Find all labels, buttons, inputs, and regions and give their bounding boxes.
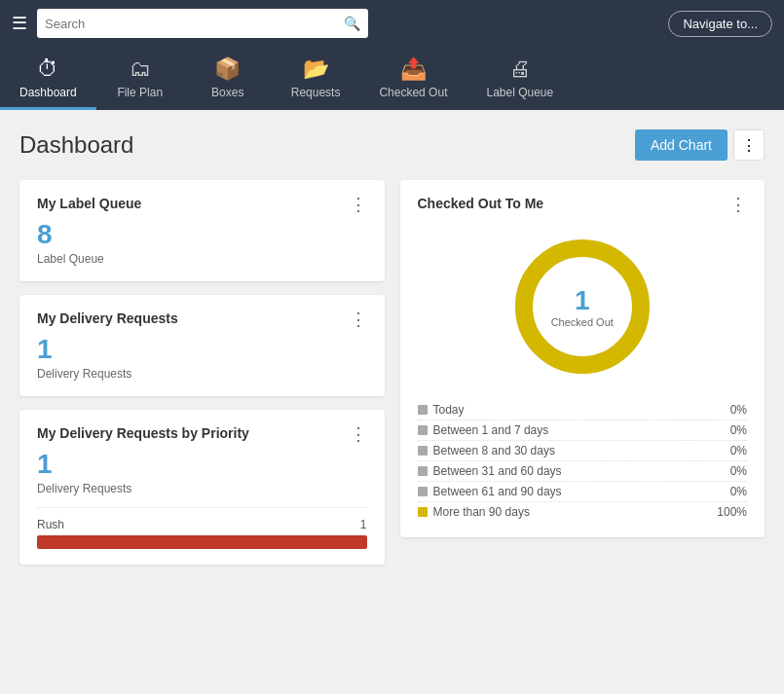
top-bar: ☰ 🔍 Navigate to... bbox=[0, 0, 784, 47]
legend-label-90plus: More than 90 days bbox=[433, 505, 530, 519]
file-plan-icon: 🗂 bbox=[130, 56, 151, 82]
delivery-priority-subtitle: Delivery Requests bbox=[37, 482, 367, 495]
legend-label-31-60: Between 31 and 60 days bbox=[433, 464, 562, 478]
delivery-priority-count: 1 bbox=[37, 449, 367, 480]
boxes-icon: 📦 bbox=[214, 56, 241, 82]
nav-checked-out-label: Checked Out bbox=[379, 86, 447, 99]
legend-pct-today: 0% bbox=[730, 403, 747, 417]
checked-out-header: Checked Out To Me ⋮ bbox=[418, 196, 748, 213]
search-box: 🔍 bbox=[37, 9, 368, 38]
main-content: Dashboard Add Chart ⋮ My Label Queue ⋮ 8… bbox=[0, 110, 784, 694]
add-chart-button[interactable]: Add Chart bbox=[635, 129, 728, 161]
donut-label: Checked Out bbox=[551, 316, 614, 328]
legend-label-8-30: Between 8 and 30 days bbox=[433, 444, 555, 457]
legend-pct-1-7: 0% bbox=[730, 423, 747, 437]
page-header: Dashboard Add Chart ⋮ bbox=[19, 129, 765, 161]
label-queue-icon: 🖨 bbox=[509, 56, 531, 82]
legend-row-1-7: Between 1 and 7 days 0% bbox=[418, 420, 748, 441]
nav-dashboard[interactable]: ⏱ Dashboard bbox=[0, 47, 96, 110]
label-queue-card: My Label Queue ⋮ 8 Label Queue bbox=[19, 180, 385, 281]
search-button[interactable]: 🔍 bbox=[344, 16, 360, 31]
nav-boxes-label: Boxes bbox=[211, 86, 243, 99]
page-more-button[interactable]: ⋮ bbox=[733, 129, 765, 161]
legend-left-31-60: Between 31 and 60 days bbox=[418, 464, 562, 478]
navigate-button[interactable]: Navigate to... bbox=[668, 11, 772, 37]
donut-number: 1 bbox=[551, 285, 614, 316]
nav-checked-out[interactable]: 📤 Checked Out bbox=[359, 47, 467, 107]
hamburger-icon[interactable]: ☰ bbox=[12, 13, 27, 34]
delivery-priority-title: My Delivery Requests by Priority bbox=[37, 425, 249, 441]
legend-label-1-7: Between 1 and 7 days bbox=[433, 423, 549, 437]
delivery-requests-header: My Delivery Requests ⋮ bbox=[37, 310, 367, 328]
priority-bar-section: Rush 1 bbox=[37, 507, 367, 549]
left-column: My Label Queue ⋮ 8 Label Queue My Delive… bbox=[19, 180, 385, 565]
nav-dashboard-label: Dashboard bbox=[19, 86, 77, 99]
priority-row-rush: Rush 1 bbox=[37, 518, 367, 531]
nav-file-plan-label: File Plan bbox=[117, 86, 163, 99]
priority-rush-label: Rush bbox=[37, 518, 64, 531]
label-queue-card-header: My Label Queue ⋮ bbox=[37, 196, 367, 213]
legend-row-8-30: Between 8 and 30 days 0% bbox=[418, 441, 748, 461]
label-queue-subtitle: Label Queue bbox=[37, 252, 367, 266]
checked-out-icon: 📤 bbox=[400, 56, 427, 82]
legend-row-today: Today 0% bbox=[418, 400, 748, 420]
delivery-requests-card: My Delivery Requests ⋮ 1 Delivery Reques… bbox=[19, 295, 385, 396]
checked-out-title: Checked Out To Me bbox=[418, 196, 544, 211]
legend-row-31-60: Between 31 and 60 days 0% bbox=[418, 461, 748, 482]
requests-icon: 📂 bbox=[303, 56, 329, 82]
legend-dot-8-30 bbox=[418, 446, 428, 456]
legend-dot-31-60 bbox=[418, 466, 428, 476]
legend-rows: Today 0% Between 1 and 7 days 0% bbox=[418, 400, 748, 522]
legend-pct-31-60: 0% bbox=[730, 464, 747, 478]
delivery-requests-title: My Delivery Requests bbox=[37, 310, 178, 326]
legend-dot-1-7 bbox=[418, 425, 428, 435]
checked-out-menu-button[interactable]: ⋮ bbox=[729, 196, 747, 213]
page-title: Dashboard bbox=[19, 131, 133, 159]
legend-pct-61-90: 0% bbox=[730, 485, 747, 498]
legend-left-1-7: Between 1 and 7 days bbox=[418, 423, 549, 437]
right-column: Checked Out To Me ⋮ 1 Checked Out bbox=[400, 180, 765, 537]
delivery-requests-menu-button[interactable]: ⋮ bbox=[350, 310, 367, 328]
nav-requests-label: Requests bbox=[291, 86, 341, 99]
delivery-requests-subtitle: Delivery Requests bbox=[37, 367, 367, 381]
label-queue-card-title: My Label Queue bbox=[37, 196, 141, 211]
delivery-priority-menu-button[interactable]: ⋮ bbox=[350, 425, 367, 443]
priority-rush-value: 1 bbox=[360, 518, 367, 531]
label-queue-menu-button[interactable]: ⋮ bbox=[350, 196, 367, 213]
legend-left-90plus: More than 90 days bbox=[418, 505, 530, 519]
search-input[interactable] bbox=[45, 17, 344, 31]
dashboard-icon: ⏱ bbox=[37, 56, 58, 82]
header-actions: Add Chart ⋮ bbox=[635, 129, 765, 161]
priority-progress-bg bbox=[37, 535, 367, 549]
legend-left-61-90: Between 61 and 90 days bbox=[418, 485, 562, 498]
nav-file-plan[interactable]: 🗂 File Plan bbox=[96, 47, 184, 107]
legend-left-8-30: Between 8 and 30 days bbox=[418, 444, 555, 457]
donut-wrapper: 1 Checked Out bbox=[504, 229, 660, 384]
legend-label-today: Today bbox=[433, 403, 465, 417]
legend-pct-8-30: 0% bbox=[730, 444, 747, 457]
donut-container: 1 Checked Out bbox=[418, 229, 748, 384]
legend-row-61-90: Between 61 and 90 days 0% bbox=[418, 482, 748, 502]
nav-requests[interactable]: 📂 Requests bbox=[272, 47, 360, 107]
nav-label-queue-label: Label Queue bbox=[486, 86, 553, 99]
nav-label-queue[interactable]: 🖨 Label Queue bbox=[467, 47, 573, 107]
legend-dot-90plus bbox=[418, 507, 428, 517]
dashboard-grid: My Label Queue ⋮ 8 Label Queue My Delive… bbox=[19, 180, 765, 565]
checked-out-card: Checked Out To Me ⋮ 1 Checked Out bbox=[400, 180, 765, 537]
delivery-priority-card: My Delivery Requests by Priority ⋮ 1 Del… bbox=[19, 410, 385, 565]
legend-left-today: Today bbox=[418, 403, 465, 417]
priority-progress-fill bbox=[37, 535, 367, 549]
label-queue-count: 8 bbox=[37, 219, 367, 250]
legend-dot-today bbox=[418, 405, 428, 415]
donut-center: 1 Checked Out bbox=[551, 285, 614, 328]
legend-row-90plus: More than 90 days 100% bbox=[418, 502, 748, 522]
delivery-priority-header: My Delivery Requests by Priority ⋮ bbox=[37, 425, 367, 443]
delivery-requests-count: 1 bbox=[37, 334, 367, 365]
nav-boxes[interactable]: 📦 Boxes bbox=[184, 47, 272, 107]
icon-nav: ⏱ Dashboard 🗂 File Plan 📦 Boxes 📂 Reques… bbox=[0, 47, 784, 110]
legend-label-61-90: Between 61 and 90 days bbox=[433, 485, 562, 498]
legend-dot-61-90 bbox=[418, 487, 428, 496]
legend-pct-90plus: 100% bbox=[717, 505, 747, 519]
